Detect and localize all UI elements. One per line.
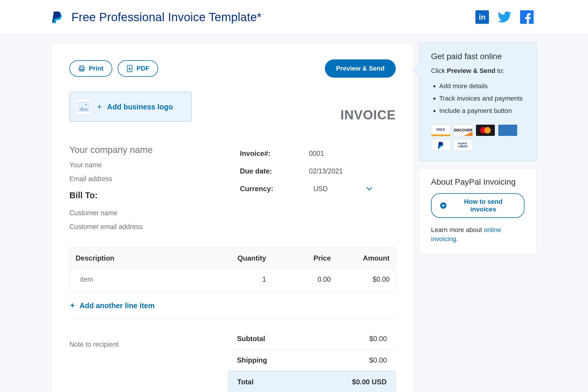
total-value: $0.00 USD xyxy=(352,378,387,386)
benefit-item: Include a payment button xyxy=(439,105,524,117)
company-name-input[interactable] xyxy=(69,145,237,155)
total-label: Total xyxy=(237,378,254,386)
col-price: Price xyxy=(266,254,331,262)
line-items-table: Description Quantity Price Amount item 1… xyxy=(69,247,396,292)
customer-email-input[interactable] xyxy=(69,223,237,231)
note-input[interactable] xyxy=(69,341,196,348)
add-logo-label: Add business logo xyxy=(107,103,173,111)
share-linkedin[interactable]: in xyxy=(475,10,489,24)
benefit-item: Add more details xyxy=(439,80,524,92)
invoice-editor: Print PDF Preview & Send + Add business … xyxy=(51,43,414,392)
currency-value: USD xyxy=(313,185,328,193)
invoice-heading: INVOICE xyxy=(340,108,396,122)
preview-send-button[interactable]: Preview & Send xyxy=(325,59,396,78)
item-price[interactable]: 0.00 xyxy=(266,276,331,283)
pdf-button[interactable]: PDF xyxy=(118,60,158,77)
col-quantity: Quantity xyxy=(213,254,266,262)
invoice-number-input[interactable] xyxy=(309,150,396,158)
learn-more-text: Learn more about online invoicing. xyxy=(431,226,524,244)
totals: Subtotal $0.00 Shipping $0.00 Total $0.0… xyxy=(228,328,396,392)
get-paid-heading: Get paid fast online xyxy=(431,52,524,61)
bill-to-heading: Bill To: xyxy=(69,191,237,200)
how-to-send-label: How to send invoices xyxy=(451,198,516,213)
pdf-icon xyxy=(126,65,133,72)
svg-text:in: in xyxy=(479,13,485,21)
item-amount: $0.00 xyxy=(331,276,390,283)
payment-methods: VISA DISCOVER PayPalCREDIT xyxy=(431,124,524,151)
benefit-item: Track invoices and payments xyxy=(439,92,524,105)
plus-icon: + xyxy=(97,102,102,111)
add-line-item-button[interactable]: + Add another line item xyxy=(70,292,395,319)
customer-name-input[interactable] xyxy=(69,209,237,217)
subtotal-value: $0.00 xyxy=(369,335,387,343)
due-date-label: Due date: xyxy=(240,167,309,175)
discover-icon: DISCOVER xyxy=(453,124,473,136)
plus-icon: + xyxy=(70,301,75,310)
line-item-row[interactable]: item 1 0.00 $0.00 xyxy=(70,269,395,292)
email-input[interactable] xyxy=(69,175,237,183)
add-logo-uploader[interactable]: + Add business logo xyxy=(69,92,192,122)
currency-select[interactable]: USD xyxy=(313,185,372,193)
col-description: Description xyxy=(76,254,213,262)
share-twitter[interactable] xyxy=(498,10,511,24)
share-facebook[interactable] xyxy=(520,10,534,24)
about-heading: About PayPal Invoicing xyxy=(431,177,524,187)
col-amount: Amount xyxy=(331,254,390,262)
currency-label: Currency: xyxy=(240,185,313,193)
svg-point-8 xyxy=(85,104,87,106)
mastercard-icon xyxy=(476,124,495,136)
paypal-credit-icon: PayPalCREDIT xyxy=(453,139,473,151)
shipping-label: Shipping xyxy=(237,356,267,364)
chevron-down-icon xyxy=(366,187,372,191)
get-paid-panel: Get paid fast online Click Preview & Sen… xyxy=(419,43,537,161)
invoice-number-label: Invoice#: xyxy=(240,149,309,158)
top-bar: Free Professional Invoice Template* in xyxy=(0,0,588,34)
shipping-value[interactable]: $0.00 xyxy=(369,356,387,364)
visa-icon: VISA xyxy=(431,124,450,136)
image-placeholder-icon xyxy=(76,99,92,115)
get-paid-subtext: Click Preview & Send to: xyxy=(431,67,524,75)
subtotal-label: Subtotal xyxy=(237,335,265,343)
how-to-send-button[interactable]: How to send invoices xyxy=(431,193,524,218)
your-name-input[interactable] xyxy=(69,161,237,169)
add-line-label: Add another line item xyxy=(79,301,155,310)
play-icon xyxy=(440,202,447,209)
paypal-icon xyxy=(431,139,450,151)
page-title: Free Professional Invoice Template* xyxy=(71,11,475,24)
item-quantity[interactable]: 1 xyxy=(213,276,266,283)
amex-icon xyxy=(498,124,517,136)
pdf-label: PDF xyxy=(136,65,149,72)
about-panel: About PayPal Invoicing How to send invoi… xyxy=(419,168,537,254)
item-description[interactable]: item xyxy=(80,276,213,283)
print-icon xyxy=(78,65,85,72)
print-label: Print xyxy=(89,65,103,72)
print-button[interactable]: Print xyxy=(69,60,112,77)
paypal-logo-icon xyxy=(51,11,63,23)
due-date-input[interactable] xyxy=(309,167,396,175)
